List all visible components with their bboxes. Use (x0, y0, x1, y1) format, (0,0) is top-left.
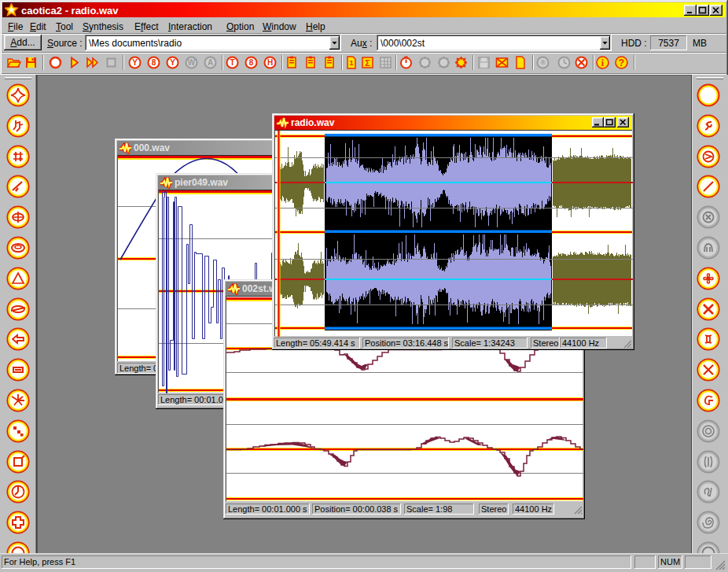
svg-text:Σ: Σ (365, 58, 370, 68)
svg-text:?: ? (619, 57, 624, 68)
svg-text:1: 1 (349, 59, 353, 67)
svg-text:8: 8 (152, 58, 156, 67)
svg-text:T: T (230, 58, 234, 67)
svg-text:W: W (188, 58, 196, 67)
svg-text:Y: Y (170, 58, 175, 67)
svg-text:8: 8 (249, 58, 254, 67)
svg-text:A: A (208, 58, 213, 67)
svg-text:®: ® (540, 59, 546, 67)
svg-text:H: H (267, 58, 273, 67)
svg-text:Y: Y (132, 58, 138, 67)
